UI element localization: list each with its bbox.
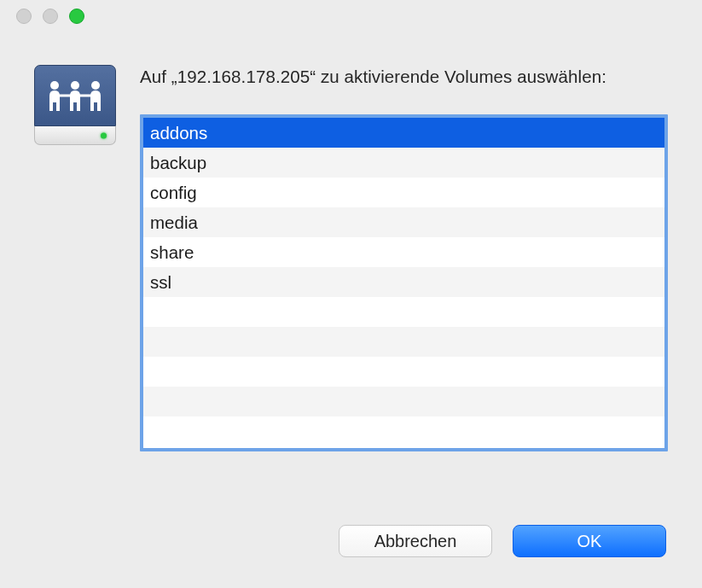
svg-point-2 bbox=[91, 81, 100, 90]
list-item bbox=[143, 416, 664, 446]
titlebar bbox=[0, 0, 702, 32]
list-item[interactable]: share bbox=[143, 237, 664, 267]
list-item[interactable]: backup bbox=[143, 148, 664, 178]
ok-button[interactable]: OK bbox=[513, 525, 666, 557]
svg-point-0 bbox=[50, 81, 59, 90]
main-column: Auf „192.168.178.205“ zu aktivierende Vo… bbox=[140, 65, 668, 499]
list-item bbox=[143, 357, 664, 387]
list-item[interactable]: config bbox=[143, 178, 664, 207]
minimize-window-button[interactable] bbox=[43, 9, 58, 24]
dialog-footer: Abbrechen OK bbox=[0, 525, 702, 588]
list-item[interactable]: ssl bbox=[143, 267, 664, 297]
zoom-window-button[interactable] bbox=[69, 9, 84, 24]
icon-column bbox=[34, 65, 119, 499]
list-item bbox=[143, 327, 664, 357]
list-item bbox=[143, 387, 664, 416]
list-item[interactable]: addons bbox=[143, 118, 664, 148]
close-window-button[interactable] bbox=[16, 9, 32, 24]
server-led-icon bbox=[101, 132, 107, 138]
dialog-window: Auf „192.168.178.205“ zu aktivierende Vo… bbox=[0, 0, 702, 588]
svg-point-1 bbox=[71, 81, 79, 90]
list-item[interactable]: media bbox=[143, 207, 664, 237]
dialog-prompt: Auf „192.168.178.205“ zu aktivierende Vo… bbox=[140, 65, 668, 89]
network-server-icon bbox=[34, 65, 118, 157]
list-item bbox=[143, 297, 664, 327]
dialog-content: Auf „192.168.178.205“ zu aktivierende Vo… bbox=[0, 32, 702, 525]
volume-listbox[interactable]: addonsbackupconfigmediasharessl bbox=[140, 114, 668, 451]
cancel-button[interactable]: Abbrechen bbox=[339, 525, 492, 557]
